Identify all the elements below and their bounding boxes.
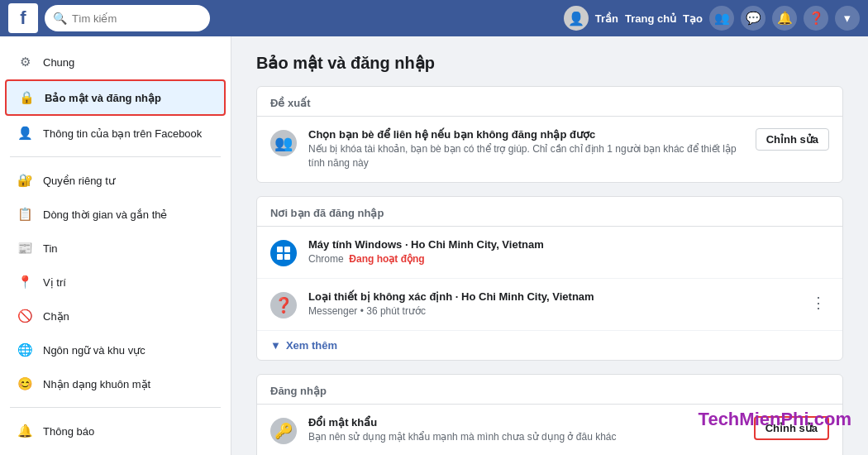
trusted-contacts-icon: 👥 — [270, 130, 297, 156]
sidebar-item-profile[interactable]: 👤 Thông tin của bạn trên Facebook — [5, 117, 226, 150]
home-link[interactable]: Trang chủ — [625, 12, 676, 25]
trusted-contacts-desc: Nếu bị khóa tài khoản, bạn bè bạn có thể… — [308, 142, 744, 170]
search-input[interactable] — [72, 12, 202, 25]
sidebar-item-label-news: Tin — [43, 242, 58, 255]
sidebar-item-privacy[interactable]: 🔐 Quyền riêng tư — [5, 164, 226, 197]
sidebar: ⚙ Chung 🔒 Bảo mật và đăng nhập 👤 Thông t… — [0, 36, 231, 455]
general-icon: ⚙ — [15, 52, 35, 72]
unknown-device-desc: Messenger • 36 phút trước — [308, 304, 796, 318]
username: Trần — [595, 12, 618, 25]
sidebar-item-timeline[interactable]: 📋 Dòng thời gian và gắn thẻ — [5, 198, 226, 231]
windows-device-row: Máy tính Windows · Ho Chi Minh City, Vie… — [257, 227, 842, 279]
trusted-contacts-action: Chỉnh sửa — [756, 128, 829, 151]
privacy-icon: 🔐 — [15, 170, 35, 190]
sidebar-divider-1 — [10, 156, 221, 157]
sidebar-item-label-notification: Thông báo — [43, 425, 94, 438]
unknown-device-title: Loại thiết bị không xác định · Ho Chi Mi… — [308, 290, 796, 303]
language-icon: 🌐 — [15, 340, 35, 360]
help-icon[interactable]: ❓ — [804, 6, 828, 31]
login-label: Đăng nhập — [257, 375, 842, 405]
unknown-device-action: ⋮ — [808, 290, 829, 315]
caret-down-icon[interactable]: ▾ — [835, 6, 860, 31]
more-options-icon[interactable]: ⋮ — [808, 290, 829, 315]
topnav-right: 👤 Trần Trang chủ Tạo 👥 💬 🔔 ❓ ▾ — [564, 6, 860, 31]
bell-icon[interactable]: 🔔 — [772, 6, 797, 31]
create-link[interactable]: Tạo — [683, 12, 703, 25]
lock-icon: 🔒 — [17, 88, 36, 108]
news-icon: 📰 — [15, 238, 35, 258]
unknown-device-icon: ❓ — [270, 292, 297, 318]
windows-device-title: Máy tính Windows · Ho Chi Minh City, Vie… — [308, 238, 829, 251]
avatar[interactable]: 👤 — [564, 6, 589, 31]
see-more-row[interactable]: ▼ Xem thêm — [257, 331, 842, 360]
unknown-device-content: Loại thiết bị không xác định · Ho Chi Mi… — [308, 290, 796, 318]
face-icon: 😊 — [15, 374, 35, 394]
sidebar-item-label-language: Ngôn ngữ và khu vực — [43, 344, 145, 357]
search-icon: 🔍 — [53, 12, 67, 25]
logged-in-label: Nơi bạn đã đăng nhập — [257, 197, 842, 227]
change-password-content: Đổi mật khẩu Bạn nên sử dụng mật khẩu mạ… — [308, 416, 742, 444]
sidebar-item-label-block: Chặn — [43, 310, 69, 323]
timeline-icon: 📋 — [15, 204, 35, 224]
profile-icon: 👤 — [15, 123, 35, 143]
sidebar-item-label-location: Vị trí — [43, 276, 66, 289]
suggestion-label: Đề xuất — [257, 87, 842, 117]
see-more-arrow: ▼ — [270, 339, 281, 352]
sidebar-item-face[interactable]: 😊 Nhận dạng khuôn mặt — [5, 367, 226, 400]
watermark: TechMienPhi.com — [699, 409, 851, 430]
key-icon: 🔑 — [270, 418, 297, 444]
notification-icon: 🔔 — [15, 421, 35, 441]
windows-device-desc: Chrome Đang hoạt động — [308, 252, 829, 266]
messenger-icon[interactable]: 💬 — [741, 6, 765, 31]
sidebar-item-block[interactable]: 🚫 Chặn — [5, 299, 226, 333]
sidebar-item-general[interactable]: ⚙ Chung — [5, 46, 226, 79]
block-icon: 🚫 — [15, 306, 35, 326]
sidebar-item-label-profile: Thông tin của bạn trên Facebook — [43, 127, 202, 140]
trusted-contacts-title: Chọn bạn bè để liên hệ nếu bạn không đăn… — [308, 128, 744, 141]
friends-icon[interactable]: 👥 — [709, 6, 734, 31]
sidebar-item-label-timeline: Dòng thời gian và gắn thẻ — [43, 208, 167, 221]
change-password-title: Đổi mật khẩu — [308, 416, 742, 429]
windows-icon — [270, 240, 297, 266]
sidebar-item-label-privacy: Quyền riêng tư — [43, 175, 115, 187]
main-content: Bảo mật và đăng nhập Đề xuất 👥 Chọn bạn … — [231, 36, 868, 455]
search-bar[interactable]: 🔍 — [45, 5, 210, 31]
sidebar-item-label-security: Bảo mật và đăng nhập — [45, 92, 161, 104]
sidebar-item-label-face: Nhận dạng khuôn mặt — [43, 378, 150, 390]
trusted-contacts-edit-button[interactable]: Chỉnh sửa — [756, 128, 829, 151]
sidebar-item-security[interactable]: 🔒 Bảo mật và đăng nhập — [5, 79, 226, 116]
trusted-contacts-content: Chọn bạn bè để liên hệ nếu bạn không đăn… — [308, 128, 744, 170]
unknown-device-row: ❓ Loại thiết bị không xác định · Ho Chi … — [257, 279, 842, 331]
location-icon: 📍 — [15, 272, 35, 292]
active-status: Đang hoạt động — [349, 253, 424, 265]
logged-in-section: Nơi bạn đã đăng nhập Máy tính Windows · … — [256, 196, 843, 361]
sidebar-divider-2 — [10, 407, 221, 408]
sidebar-item-mobile[interactable]: 📱 Di động — [5, 448, 226, 455]
suggestion-section: Đề xuất 👥 Chọn bạn bè để liên hệ nếu bạn… — [256, 86, 843, 183]
see-more-label: Xem thêm — [286, 339, 337, 352]
change-password-desc: Bạn nên sử dụng mật khẩu mạnh mà mình ch… — [308, 430, 742, 444]
sidebar-item-label-general: Chung — [43, 56, 74, 69]
windows-device-content: Máy tính Windows · Ho Chi Minh City, Vie… — [308, 238, 829, 266]
sidebar-item-location[interactable]: 📍 Vị trí — [5, 266, 226, 299]
trusted-contacts-row: 👥 Chọn bạn bè để liên hệ nếu bạn không đ… — [257, 117, 842, 182]
top-navigation: f 🔍 👤 Trần Trang chủ Tạo 👥 💬 🔔 ❓ ▾ — [0, 0, 868, 36]
page-title: Bảo mật và đăng nhập — [256, 53, 843, 73]
sidebar-item-news[interactable]: 📰 Tin — [5, 232, 226, 265]
facebook-logo: f — [8, 3, 38, 33]
sidebar-item-language[interactable]: 🌐 Ngôn ngữ và khu vực — [5, 333, 226, 366]
sidebar-item-notification[interactable]: 🔔 Thông báo — [5, 414, 226, 448]
